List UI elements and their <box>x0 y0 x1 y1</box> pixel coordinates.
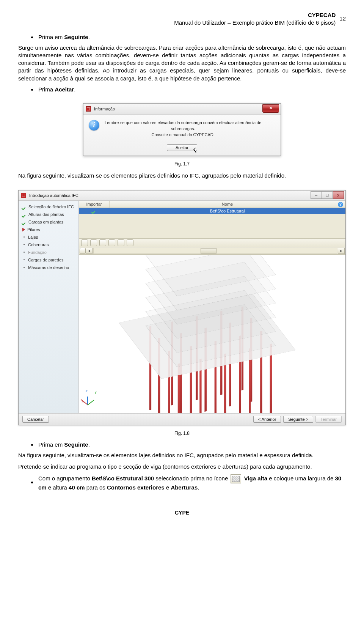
sidebar-item-pilares[interactable]: Pilares <box>19 226 78 233</box>
sidebar-item-fundacao: Fundação <box>19 249 78 256</box>
page-header: CYPECAD Manual do Utilizador – Exemplo p… <box>18 11 346 27</box>
close-button[interactable]: ✕ <box>262 104 279 113</box>
info-icon: i <box>89 120 99 131</box>
bullet-dot-icon <box>31 444 33 446</box>
sidebar-item-label: Cargas de paredes <box>28 258 64 262</box>
sidebar-item-cargas-paredes[interactable]: Cargas de paredes <box>19 256 78 264</box>
dialog-titlebar[interactable]: Introdução automática IFC – □ x <box>19 190 345 201</box>
scroll-left-button[interactable]: ◄ <box>86 248 93 254</box>
bullet-seguinte-2: Prima em Seguinte. <box>31 441 346 448</box>
scroll-thumb[interactable] <box>201 248 217 253</box>
cell-nome: Bet\S\co Estrutural <box>109 208 345 214</box>
paragraph: Na figura seguinte, visualizam-se os ele… <box>18 172 346 179</box>
bullet-text: . <box>88 441 90 448</box>
dialog-informacao: Informação ✕ i Lembre-se que com valores… <box>83 103 281 156</box>
tool-icon[interactable] <box>80 248 86 254</box>
aceitar-button[interactable]: Aceitar <box>167 144 197 151</box>
sidebar-item-label: Alturas das plantas <box>28 212 64 217</box>
bullet-bold: Aceitar <box>55 86 74 93</box>
sidebar-item-cargas-plantas[interactable]: Cargas em plantas <box>19 218 78 226</box>
sidebar-item-mascaras[interactable]: Máscaras de desenho <box>19 264 78 271</box>
bullet-text: seleccionado prima no ícone <box>154 475 229 482</box>
bullet-text: e <box>165 484 171 491</box>
maximize-button[interactable]: □ <box>322 191 333 199</box>
help-icon[interactable]: ? <box>338 202 343 207</box>
header-subtitle: Manual do Utilizador – Exemplo prático B… <box>174 19 336 27</box>
tool-icon[interactable] <box>90 239 97 246</box>
bullet-bold: Bet\S\co Estrutural 300 <box>92 475 154 482</box>
bullet-text: Com o agrupamento <box>38 475 92 482</box>
check-icon <box>22 205 26 209</box>
terminar-button: Terminar <box>315 416 342 423</box>
dot-icon <box>24 236 25 238</box>
tool-icon[interactable] <box>127 239 133 246</box>
dot-icon <box>24 244 25 245</box>
seguinte-button[interactable]: Seguinte > <box>283 416 313 423</box>
sidebar-item-label: Fundação <box>28 250 47 255</box>
dot-icon <box>24 267 25 268</box>
bullet-seguinte-1: Prima em Seguinte. <box>31 34 346 40</box>
viga-alta-icon <box>231 474 241 483</box>
scroll-right-button[interactable]: ► <box>338 248 345 254</box>
bullet-text: Prima em <box>38 441 64 448</box>
bullet-text: Prima em <box>38 34 64 40</box>
bullet-bold: Seguinte <box>64 34 88 40</box>
anterior-button[interactable]: < Anterior <box>253 416 281 423</box>
bullet-text: Prima <box>38 86 55 93</box>
minimize-button[interactable]: – <box>311 191 322 199</box>
sidebar-item-alturas[interactable]: Alturas das plantas <box>19 211 78 218</box>
paragraph: Surge um aviso acerca da alternância de … <box>18 44 346 82</box>
sidebar-item-label: Pilares <box>27 227 40 232</box>
tool-icon[interactable] <box>99 239 106 246</box>
tool-icon[interactable] <box>118 239 124 246</box>
dialog-title: Informação <box>94 107 115 111</box>
wizard-main: Importar Nome ? Bet\S\co Estrutural <box>79 201 345 413</box>
axes-gizmo: z y x <box>86 391 101 406</box>
triangle-icon <box>22 228 25 231</box>
sidebar-item-lajes[interactable]: Lajes <box>19 233 78 241</box>
close-button[interactable]: x <box>333 191 344 199</box>
bullet-text: e altura <box>47 484 69 491</box>
viewport-toolbar <box>79 238 345 247</box>
dialog-line: Lembre-se que com valores elevados da so… <box>105 120 261 126</box>
cursor-icon <box>193 147 199 153</box>
bullet-dot-icon <box>31 89 33 91</box>
bullet-text: e coloque uma largura de <box>267 475 335 482</box>
sidebar-item-label: Selecção do ficheiro IFC <box>28 205 74 209</box>
dialog-introducao-ifc: Introdução automática IFC – □ x Selecção… <box>18 190 346 425</box>
col-nome[interactable]: Nome <box>110 201 345 208</box>
tool-icon[interactable] <box>108 239 115 246</box>
bullet-dot-icon <box>31 36 33 38</box>
figure-caption: Fig. 1.8 <box>18 431 346 436</box>
bullet-text: . <box>74 86 75 93</box>
bullet-bold: Aberturas <box>171 484 198 491</box>
table-row[interactable]: Bet\S\co Estrutural <box>79 208 345 214</box>
header-title: CYPECAD <box>174 11 336 19</box>
sidebar-item-label: Máscaras de desenho <box>28 265 69 270</box>
cancelar-button[interactable]: Cancelar <box>22 416 49 423</box>
bullet-bold: Seguinte <box>64 441 88 448</box>
paragraph: Pretende-se indicar ao programa o tipo e… <box>18 463 346 471</box>
bullet-bold: Viga alta <box>244 475 267 482</box>
check-icon <box>22 212 26 216</box>
bullet-text: . <box>198 484 199 491</box>
bullet-aceitar: Prima Aceitar. <box>31 86 346 93</box>
button-label: Aceitar <box>176 145 188 150</box>
bullet-text: para os <box>85 484 107 491</box>
bullet-text: . <box>88 34 90 40</box>
sidebar-item-label: Cargas em plantas <box>28 220 63 224</box>
footer-brand: CYPE <box>18 510 346 516</box>
check-icon <box>92 209 96 212</box>
horizontal-scrollbar[interactable]: ◄ ► <box>79 247 345 255</box>
tool-icon[interactable] <box>81 239 88 246</box>
paragraph: Na figura seguinte, visualizam-se os ele… <box>18 452 346 459</box>
dot-icon <box>24 259 25 260</box>
scroll-track[interactable] <box>93 248 337 254</box>
col-importar[interactable]: Importar <box>79 201 110 208</box>
sidebar-item-coberturas[interactable]: Coberturas <box>19 241 78 249</box>
dialog-titlebar[interactable]: Informação ✕ <box>83 104 281 115</box>
model-viewport[interactable]: z y x <box>79 255 345 413</box>
page-number: 12 <box>339 11 346 22</box>
dot-icon <box>24 252 25 253</box>
sidebar-item-seleccao-ficheiro[interactable]: Selecção do ficheiro IFC <box>19 203 78 211</box>
